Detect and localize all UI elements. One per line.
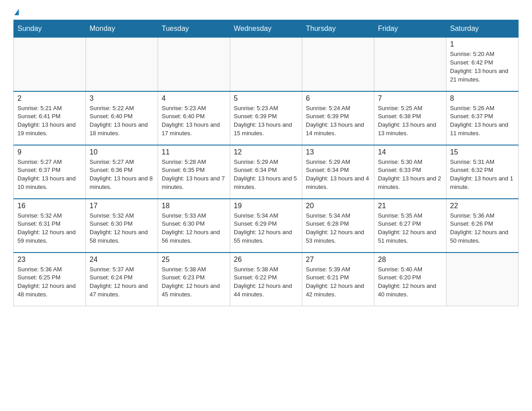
day-info: Sunrise: 5:28 AMSunset: 6:35 PMDaylight:… — [162, 158, 226, 192]
day-info: Sunrise: 5:26 AMSunset: 6:37 PMDaylight:… — [450, 104, 515, 138]
day-number: 11 — [162, 148, 226, 156]
day-number: 15 — [450, 148, 515, 156]
calendar-cell: 14Sunrise: 5:30 AMSunset: 6:33 PMDayligh… — [374, 145, 446, 199]
day-number: 1 — [450, 40, 515, 48]
day-info: Sunrise: 5:36 AMSunset: 6:26 PMDaylight:… — [450, 212, 515, 245]
day-info: Sunrise: 5:23 AMSunset: 6:40 PMDaylight:… — [162, 104, 226, 138]
calendar-cell: 3Sunrise: 5:22 AMSunset: 6:40 PMDaylight… — [86, 91, 158, 145]
calendar-header-saturday: Saturday — [446, 20, 519, 38]
calendar-cell: 8Sunrise: 5:26 AMSunset: 6:37 PMDaylight… — [446, 91, 519, 145]
day-number: 23 — [17, 256, 82, 264]
calendar-cell: 9Sunrise: 5:27 AMSunset: 6:37 PMDaylight… — [14, 145, 86, 199]
calendar-cell: 7Sunrise: 5:25 AMSunset: 6:38 PMDaylight… — [374, 91, 446, 145]
calendar-cell: 1Sunrise: 5:20 AMSunset: 6:42 PMDaylight… — [446, 38, 519, 91]
calendar-cell: 25Sunrise: 5:38 AMSunset: 6:23 PMDayligh… — [158, 253, 230, 306]
day-number: 16 — [17, 202, 82, 210]
calendar-cell — [14, 38, 86, 91]
day-info: Sunrise: 5:32 AMSunset: 6:31 PMDaylight:… — [17, 212, 82, 245]
calendar-cell: 27Sunrise: 5:39 AMSunset: 6:21 PMDayligh… — [302, 253, 374, 306]
calendar-header-thursday: Thursday — [302, 20, 374, 38]
calendar-header-wednesday: Wednesday — [230, 20, 302, 38]
page-header — [13, 9, 519, 15]
day-info: Sunrise: 5:21 AMSunset: 6:41 PMDaylight:… — [17, 104, 82, 138]
day-number: 9 — [17, 148, 82, 156]
calendar-header-sunday: Sunday — [14, 20, 86, 38]
day-info: Sunrise: 5:38 AMSunset: 6:22 PMDaylight:… — [234, 265, 298, 299]
day-info: Sunrise: 5:31 AMSunset: 6:32 PMDaylight:… — [450, 158, 515, 192]
day-info: Sunrise: 5:40 AMSunset: 6:20 PMDaylight:… — [378, 265, 442, 299]
calendar-cell: 26Sunrise: 5:38 AMSunset: 6:22 PMDayligh… — [230, 253, 302, 306]
day-info: Sunrise: 5:24 AMSunset: 6:39 PMDaylight:… — [306, 104, 370, 138]
day-info: Sunrise: 5:29 AMSunset: 6:34 PMDaylight:… — [234, 158, 298, 192]
calendar-cell: 28Sunrise: 5:40 AMSunset: 6:20 PMDayligh… — [374, 253, 446, 306]
day-info: Sunrise: 5:22 AMSunset: 6:40 PMDaylight:… — [90, 104, 154, 138]
calendar-cell — [302, 38, 374, 91]
day-number: 13 — [306, 148, 370, 156]
day-info: Sunrise: 5:37 AMSunset: 6:24 PMDaylight:… — [90, 265, 154, 299]
day-info: Sunrise: 5:27 AMSunset: 6:37 PMDaylight:… — [17, 158, 82, 192]
calendar-cell: 22Sunrise: 5:36 AMSunset: 6:26 PMDayligh… — [446, 199, 519, 253]
day-number: 2 — [17, 94, 82, 103]
day-number: 5 — [234, 94, 298, 103]
day-info: Sunrise: 5:34 AMSunset: 6:28 PMDaylight:… — [306, 212, 370, 245]
calendar-cell: 20Sunrise: 5:34 AMSunset: 6:28 PMDayligh… — [302, 199, 374, 253]
day-number: 14 — [378, 148, 442, 156]
day-info: Sunrise: 5:20 AMSunset: 6:42 PMDaylight:… — [450, 50, 515, 84]
calendar-cell: 4Sunrise: 5:23 AMSunset: 6:40 PMDaylight… — [158, 91, 230, 145]
day-number: 10 — [90, 148, 154, 156]
calendar-table: SundayMondayTuesdayWednesdayThursdayFrid… — [13, 20, 519, 306]
logo — [13, 9, 19, 15]
day-number: 21 — [378, 202, 442, 210]
day-info: Sunrise: 5:34 AMSunset: 6:29 PMDaylight:… — [234, 212, 298, 245]
calendar-cell: 6Sunrise: 5:24 AMSunset: 6:39 PMDaylight… — [302, 91, 374, 145]
calendar-header-row: SundayMondayTuesdayWednesdayThursdayFrid… — [14, 20, 519, 38]
logo-triangle-icon — [14, 9, 19, 15]
calendar-week-row: 9Sunrise: 5:27 AMSunset: 6:37 PMDaylight… — [14, 145, 519, 199]
calendar-week-row: 16Sunrise: 5:32 AMSunset: 6:31 PMDayligh… — [14, 199, 519, 253]
calendar-cell — [86, 38, 158, 91]
day-number: 22 — [450, 202, 515, 210]
day-info: Sunrise: 5:39 AMSunset: 6:21 PMDaylight:… — [306, 265, 370, 299]
day-info: Sunrise: 5:23 AMSunset: 6:39 PMDaylight:… — [234, 104, 298, 138]
day-info: Sunrise: 5:30 AMSunset: 6:33 PMDaylight:… — [378, 158, 442, 192]
calendar-cell: 17Sunrise: 5:32 AMSunset: 6:30 PMDayligh… — [86, 199, 158, 253]
day-info: Sunrise: 5:35 AMSunset: 6:27 PMDaylight:… — [378, 212, 442, 245]
day-number: 17 — [90, 202, 154, 210]
calendar-cell — [158, 38, 230, 91]
calendar-header-tuesday: Tuesday — [158, 20, 230, 38]
day-number: 12 — [234, 148, 298, 156]
calendar-week-row: 1Sunrise: 5:20 AMSunset: 6:42 PMDaylight… — [14, 38, 519, 91]
day-number: 26 — [234, 256, 298, 264]
calendar-cell: 13Sunrise: 5:29 AMSunset: 6:34 PMDayligh… — [302, 145, 374, 199]
day-number: 24 — [90, 256, 154, 264]
day-number: 7 — [378, 94, 442, 103]
calendar-cell — [230, 38, 302, 91]
day-number: 20 — [306, 202, 370, 210]
calendar-cell: 21Sunrise: 5:35 AMSunset: 6:27 PMDayligh… — [374, 199, 446, 253]
logo-general — [13, 9, 19, 15]
day-info: Sunrise: 5:32 AMSunset: 6:30 PMDaylight:… — [90, 212, 154, 245]
calendar-week-row: 23Sunrise: 5:36 AMSunset: 6:25 PMDayligh… — [14, 253, 519, 306]
calendar-cell: 19Sunrise: 5:34 AMSunset: 6:29 PMDayligh… — [230, 199, 302, 253]
day-number: 27 — [306, 256, 370, 264]
day-number: 25 — [162, 256, 226, 264]
day-number: 28 — [378, 256, 442, 264]
calendar-cell: 12Sunrise: 5:29 AMSunset: 6:34 PMDayligh… — [230, 145, 302, 199]
calendar-cell: 24Sunrise: 5:37 AMSunset: 6:24 PMDayligh… — [86, 253, 158, 306]
day-number: 19 — [234, 202, 298, 210]
calendar-cell: 10Sunrise: 5:27 AMSunset: 6:36 PMDayligh… — [86, 145, 158, 199]
calendar-header-monday: Monday — [86, 20, 158, 38]
day-info: Sunrise: 5:38 AMSunset: 6:23 PMDaylight:… — [162, 265, 226, 299]
calendar-cell: 16Sunrise: 5:32 AMSunset: 6:31 PMDayligh… — [14, 199, 86, 253]
day-info: Sunrise: 5:29 AMSunset: 6:34 PMDaylight:… — [306, 158, 370, 192]
calendar-cell: 23Sunrise: 5:36 AMSunset: 6:25 PMDayligh… — [14, 253, 86, 306]
day-number: 18 — [162, 202, 226, 210]
calendar-cell: 15Sunrise: 5:31 AMSunset: 6:32 PMDayligh… — [446, 145, 519, 199]
day-info: Sunrise: 5:33 AMSunset: 6:30 PMDaylight:… — [162, 212, 226, 245]
day-number: 6 — [306, 94, 370, 103]
calendar-cell — [446, 253, 519, 306]
day-number: 3 — [90, 94, 154, 103]
day-info: Sunrise: 5:36 AMSunset: 6:25 PMDaylight:… — [17, 265, 82, 299]
day-number: 4 — [162, 94, 226, 103]
calendar-header-friday: Friday — [374, 20, 446, 38]
